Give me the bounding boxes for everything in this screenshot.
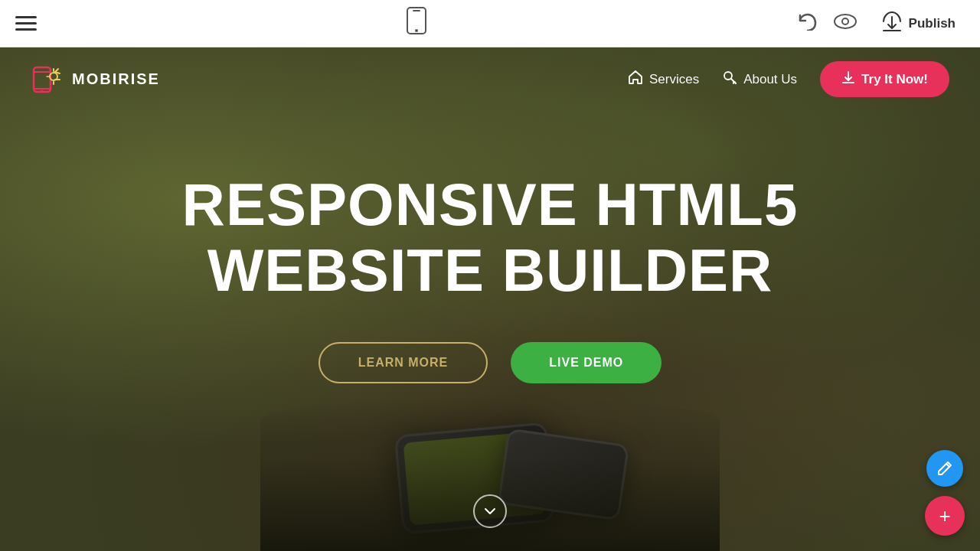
key-icon	[722, 70, 737, 89]
toolbar: Publish	[0, 0, 980, 47]
publish-label: Publish	[909, 16, 956, 31]
publish-button[interactable]: Publish	[872, 6, 965, 41]
fab-edit-button[interactable]	[926, 450, 963, 487]
hero-content: RESPONSIVE HTML5 WEBSITE BUILDER LEARN M…	[182, 172, 799, 383]
learn-more-button[interactable]: LEARN MORE	[318, 342, 488, 383]
nav-about[interactable]: About Us	[722, 70, 797, 89]
preview-eye-icon[interactable]	[834, 14, 857, 34]
hero-navbar: MOBIRISE Services	[0, 47, 980, 111]
scroll-down-button[interactable]	[473, 494, 507, 528]
fab-add-button[interactable]: +	[925, 496, 965, 536]
about-label: About Us	[743, 72, 797, 87]
live-demo-button[interactable]: LIVE DEMO	[511, 342, 662, 383]
svg-point-4	[842, 18, 848, 24]
svg-line-21	[735, 82, 736, 83]
svg-point-1	[415, 29, 418, 32]
svg-point-3	[835, 15, 856, 28]
hero-buttons: LEARN MORE LIVE DEMO	[318, 342, 662, 383]
mobile-preview-icon[interactable]	[405, 7, 428, 40]
fab-container: +	[925, 450, 965, 536]
hero-title-line1: RESPONSIVE HTML5	[182, 171, 799, 238]
try-label: Try It Now!	[861, 72, 928, 87]
toolbar-center	[405, 7, 428, 40]
toolbar-right: Publish	[797, 6, 965, 41]
home-icon	[628, 70, 643, 89]
undo-icon[interactable]	[797, 12, 818, 35]
logo: MOBIRISE	[31, 63, 160, 96]
nav-services[interactable]: Services	[628, 70, 699, 89]
hamburger-menu-button[interactable]	[15, 16, 37, 31]
try-now-button[interactable]: Try It Now!	[820, 61, 949, 97]
phone-shadow	[260, 398, 720, 551]
publish-icon	[881, 11, 903, 37]
logo-icon	[31, 63, 64, 96]
nav-links: Services About Us	[628, 61, 949, 97]
svg-point-10	[41, 90, 44, 92]
hero-title-line2: WEBSITE BUILDER	[207, 236, 773, 304]
hero-title: RESPONSIVE HTML5 WEBSITE BUILDER	[182, 172, 799, 304]
hero-section: MOBIRISE Services	[0, 47, 980, 551]
services-label: Services	[649, 72, 699, 87]
toolbar-left	[15, 16, 37, 31]
logo-text: MOBIRISE	[72, 70, 160, 88]
download-icon	[841, 70, 855, 88]
